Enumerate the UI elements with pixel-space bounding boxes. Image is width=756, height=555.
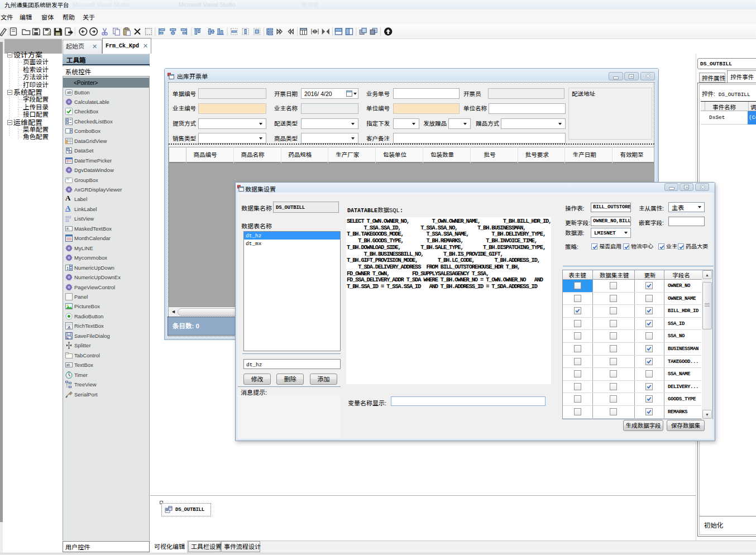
svg-text:22: 22 bbox=[65, 219, 69, 222]
svg-text:ab: ab bbox=[67, 90, 71, 94]
svg-text:1: 1 bbox=[66, 265, 69, 270]
svg-text:ab: ab bbox=[66, 363, 71, 367]
svg-text:xy: xy bbox=[66, 176, 70, 180]
svg-text:A: A bbox=[67, 325, 70, 329]
svg-text:#-: #- bbox=[66, 227, 70, 231]
svg-text:a: a bbox=[67, 336, 69, 339]
